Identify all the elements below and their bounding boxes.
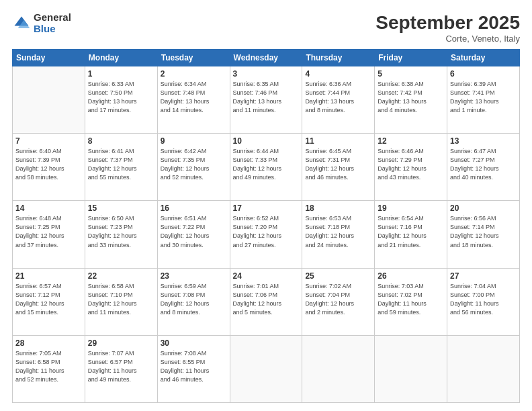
calendar-cell: 6Sunrise: 6:39 AM Sunset: 7:41 PM Daylig… xyxy=(447,66,520,134)
week-row-3: 21Sunrise: 6:57 AM Sunset: 7:12 PM Dayli… xyxy=(13,268,520,335)
logo: General Blue xyxy=(12,12,71,34)
week-row-4: 28Sunrise: 7:05 AM Sunset: 6:58 PM Dayli… xyxy=(13,335,520,402)
day-info: Sunrise: 6:41 AM Sunset: 7:37 PM Dayligh… xyxy=(88,147,154,182)
weekday-row: SundayMondayTuesdayWednesdayThursdayFrid… xyxy=(13,50,520,66)
title-block: September 2025 Corte, Veneto, Italy xyxy=(375,12,520,44)
calendar-cell xyxy=(375,335,447,402)
logo-blue: Blue xyxy=(34,24,71,35)
day-info: Sunrise: 6:35 AM Sunset: 7:46 PM Dayligh… xyxy=(233,80,300,115)
day-info: Sunrise: 6:45 AM Sunset: 7:31 PM Dayligh… xyxy=(305,147,371,182)
calendar-cell: 22Sunrise: 6:58 AM Sunset: 7:10 PM Dayli… xyxy=(85,268,157,335)
calendar-cell: 8Sunrise: 6:41 AM Sunset: 7:37 PM Daylig… xyxy=(85,134,157,201)
day-number: 26 xyxy=(378,271,444,281)
day-number: 28 xyxy=(15,338,82,348)
day-info: Sunrise: 6:58 AM Sunset: 7:10 PM Dayligh… xyxy=(88,282,154,317)
month-title: September 2025 xyxy=(375,12,520,34)
day-info: Sunrise: 6:44 AM Sunset: 7:33 PM Dayligh… xyxy=(233,147,300,182)
day-info: Sunrise: 6:52 AM Sunset: 7:20 PM Dayligh… xyxy=(233,214,300,249)
day-info: Sunrise: 6:57 AM Sunset: 7:12 PM Dayligh… xyxy=(15,282,82,317)
week-row-1: 7Sunrise: 6:40 AM Sunset: 7:39 PM Daylig… xyxy=(13,134,520,201)
day-info: Sunrise: 6:54 AM Sunset: 7:16 PM Dayligh… xyxy=(378,214,444,249)
logo-text: General Blue xyxy=(34,12,71,34)
location: Corte, Veneto, Italy xyxy=(375,34,520,44)
day-number: 4 xyxy=(305,69,371,79)
day-number: 20 xyxy=(450,203,517,213)
day-info: Sunrise: 7:07 AM Sunset: 6:57 PM Dayligh… xyxy=(88,349,154,384)
day-info: Sunrise: 6:53 AM Sunset: 7:18 PM Dayligh… xyxy=(305,214,371,249)
weekday-header-wednesday: Wednesday xyxy=(230,50,302,66)
calendar-header: SundayMondayTuesdayWednesdayThursdayFrid… xyxy=(13,50,520,66)
calendar-cell: 28Sunrise: 7:05 AM Sunset: 6:58 PM Dayli… xyxy=(13,335,85,402)
day-info: Sunrise: 6:38 AM Sunset: 7:42 PM Dayligh… xyxy=(378,80,444,115)
calendar-cell: 7Sunrise: 6:40 AM Sunset: 7:39 PM Daylig… xyxy=(13,134,85,201)
calendar-cell: 17Sunrise: 6:52 AM Sunset: 7:20 PM Dayli… xyxy=(230,201,302,268)
day-number: 13 xyxy=(450,136,517,146)
day-info: Sunrise: 7:03 AM Sunset: 7:02 PM Dayligh… xyxy=(378,282,444,317)
day-info: Sunrise: 6:34 AM Sunset: 7:48 PM Dayligh… xyxy=(161,80,227,115)
calendar-cell: 29Sunrise: 7:07 AM Sunset: 6:57 PM Dayli… xyxy=(85,335,157,402)
day-number: 19 xyxy=(378,203,444,213)
calendar-cell: 4Sunrise: 6:36 AM Sunset: 7:44 PM Daylig… xyxy=(302,66,375,134)
week-row-0: 1Sunrise: 6:33 AM Sunset: 7:50 PM Daylig… xyxy=(13,66,520,134)
calendar-cell: 10Sunrise: 6:44 AM Sunset: 7:33 PM Dayli… xyxy=(230,134,302,201)
day-info: Sunrise: 6:48 AM Sunset: 7:25 PM Dayligh… xyxy=(15,214,82,249)
day-number: 21 xyxy=(15,271,82,281)
calendar-cell: 9Sunrise: 6:42 AM Sunset: 7:35 PM Daylig… xyxy=(157,134,230,201)
weekday-header-monday: Monday xyxy=(85,50,157,66)
day-info: Sunrise: 6:50 AM Sunset: 7:23 PM Dayligh… xyxy=(88,214,154,249)
day-info: Sunrise: 7:02 AM Sunset: 7:04 PM Dayligh… xyxy=(305,282,371,317)
day-number: 29 xyxy=(88,338,154,348)
day-number: 25 xyxy=(305,271,371,281)
day-info: Sunrise: 6:42 AM Sunset: 7:35 PM Dayligh… xyxy=(161,147,227,182)
calendar-cell xyxy=(230,335,302,402)
logo-general: General xyxy=(34,12,71,24)
day-number: 16 xyxy=(161,203,227,213)
calendar-cell: 14Sunrise: 6:48 AM Sunset: 7:25 PM Dayli… xyxy=(13,201,85,268)
calendar-cell: 3Sunrise: 6:35 AM Sunset: 7:46 PM Daylig… xyxy=(230,66,302,134)
day-info: Sunrise: 6:40 AM Sunset: 7:39 PM Dayligh… xyxy=(15,147,82,182)
day-number: 7 xyxy=(15,136,82,146)
day-number: 6 xyxy=(450,69,517,79)
day-number: 12 xyxy=(378,136,444,146)
calendar-cell: 27Sunrise: 7:04 AM Sunset: 7:00 PM Dayli… xyxy=(447,268,520,335)
day-info: Sunrise: 6:33 AM Sunset: 7:50 PM Dayligh… xyxy=(88,80,154,115)
day-number: 8 xyxy=(88,136,154,146)
header: General Blue September 2025 Corte, Venet… xyxy=(12,12,520,44)
day-info: Sunrise: 6:46 AM Sunset: 7:29 PM Dayligh… xyxy=(378,147,444,182)
calendar-cell: 25Sunrise: 7:02 AM Sunset: 7:04 PM Dayli… xyxy=(302,268,375,335)
day-info: Sunrise: 7:08 AM Sunset: 6:55 PM Dayligh… xyxy=(161,349,227,384)
calendar-table: SundayMondayTuesdayWednesdayThursdayFrid… xyxy=(12,49,520,403)
day-info: Sunrise: 6:59 AM Sunset: 7:08 PM Dayligh… xyxy=(161,282,227,317)
calendar-cell xyxy=(302,335,375,402)
day-number: 30 xyxy=(161,338,227,348)
calendar-cell xyxy=(13,66,85,134)
calendar-cell: 13Sunrise: 6:47 AM Sunset: 7:27 PM Dayli… xyxy=(447,134,520,201)
calendar-cell: 26Sunrise: 7:03 AM Sunset: 7:02 PM Dayli… xyxy=(375,268,447,335)
day-number: 27 xyxy=(450,271,517,281)
calendar-cell: 1Sunrise: 6:33 AM Sunset: 7:50 PM Daylig… xyxy=(85,66,157,134)
calendar-cell: 23Sunrise: 6:59 AM Sunset: 7:08 PM Dayli… xyxy=(157,268,230,335)
day-number: 5 xyxy=(378,69,444,79)
calendar-body: 1Sunrise: 6:33 AM Sunset: 7:50 PM Daylig… xyxy=(13,66,520,403)
day-info: Sunrise: 7:05 AM Sunset: 6:58 PM Dayligh… xyxy=(15,349,82,384)
weekday-header-friday: Friday xyxy=(375,50,447,66)
day-number: 11 xyxy=(305,136,371,146)
weekday-header-tuesday: Tuesday xyxy=(157,50,230,66)
day-number: 15 xyxy=(88,203,154,213)
calendar-cell: 24Sunrise: 7:01 AM Sunset: 7:06 PM Dayli… xyxy=(230,268,302,335)
weekday-header-sunday: Sunday xyxy=(13,50,85,66)
calendar-cell: 19Sunrise: 6:54 AM Sunset: 7:16 PM Dayli… xyxy=(375,201,447,268)
day-number: 22 xyxy=(88,271,154,281)
day-number: 10 xyxy=(233,136,300,146)
calendar-cell: 15Sunrise: 6:50 AM Sunset: 7:23 PM Dayli… xyxy=(85,201,157,268)
calendar-cell: 30Sunrise: 7:08 AM Sunset: 6:55 PM Dayli… xyxy=(157,335,230,402)
day-info: Sunrise: 6:47 AM Sunset: 7:27 PM Dayligh… xyxy=(450,147,517,182)
weekday-header-thursday: Thursday xyxy=(302,50,375,66)
day-number: 23 xyxy=(161,271,227,281)
day-number: 18 xyxy=(305,203,371,213)
day-info: Sunrise: 6:36 AM Sunset: 7:44 PM Dayligh… xyxy=(305,80,371,115)
calendar-cell xyxy=(447,335,520,402)
day-number: 9 xyxy=(161,136,227,146)
day-number: 3 xyxy=(233,69,300,79)
calendar-cell: 12Sunrise: 6:46 AM Sunset: 7:29 PM Dayli… xyxy=(375,134,447,201)
